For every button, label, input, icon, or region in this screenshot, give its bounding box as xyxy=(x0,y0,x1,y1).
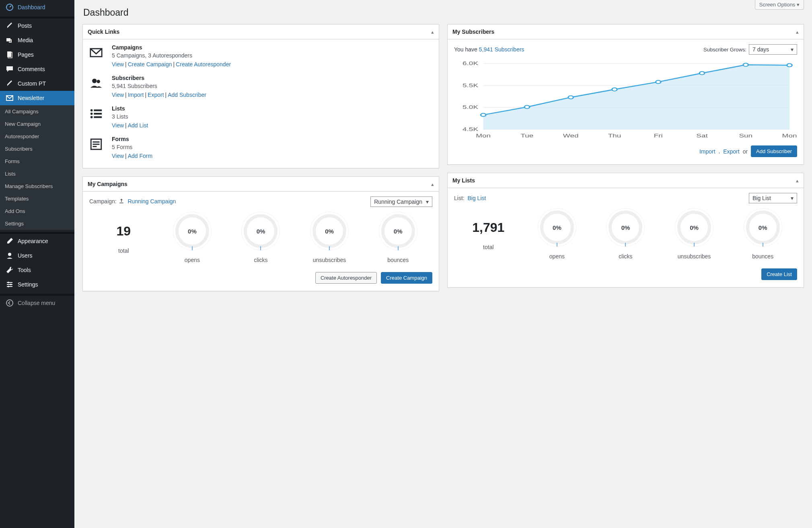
sidebar-label: Custom PT xyxy=(18,80,46,87)
svg-rect-24 xyxy=(93,144,100,145)
gauge-opens: 0% xyxy=(175,214,209,248)
toggle-icon[interactable]: ▴ xyxy=(796,29,799,35)
subscriber-count-link[interactable]: 5,941 Subscribers xyxy=(479,46,524,53)
ql-link-view[interactable]: View xyxy=(112,61,124,68)
list-selected-link[interactable]: Big List xyxy=(467,195,486,201)
sidebar-item-posts[interactable]: Posts xyxy=(0,18,74,33)
gauge-unsubscribes: 0% xyxy=(677,211,711,244)
svg-text:Wed: Wed xyxy=(563,133,579,138)
create-campaign-button[interactable]: Create Campaign xyxy=(381,272,432,284)
svg-text:Thu: Thu xyxy=(608,133,621,138)
my-campaigns-title: My Campaigns xyxy=(88,181,127,187)
svg-text:Sun: Sun xyxy=(739,133,752,138)
or-text: or xyxy=(743,148,748,155)
svg-text:Sat: Sat xyxy=(696,133,708,138)
campaign-selected-link[interactable]: Running Campaign xyxy=(127,198,176,205)
create-autoresponder-button[interactable]: Create Autoresponder xyxy=(315,272,377,284)
ql-link-view[interactable]: View xyxy=(112,92,124,98)
screen-options-button[interactable]: Screen Options ▾ xyxy=(755,0,804,10)
svg-point-36 xyxy=(524,105,530,108)
ql-link-export[interactable]: Export xyxy=(148,92,164,98)
svg-rect-21 xyxy=(94,116,102,118)
svg-point-38 xyxy=(612,88,617,91)
grows-select[interactable]: 7 days xyxy=(749,44,797,55)
toggle-icon[interactable]: ▴ xyxy=(796,178,799,184)
submenu-subscribers[interactable]: Subscribers xyxy=(0,143,74,155)
submenu-add-ons[interactable]: Add Ons xyxy=(0,205,74,217)
sidebar-label: Comments xyxy=(18,66,45,72)
submenu-all-campaigns[interactable]: All Campaigns xyxy=(0,105,74,118)
svg-text:Tue: Tue xyxy=(520,133,533,138)
pin-icon xyxy=(6,22,14,30)
ql-link-import[interactable]: Import xyxy=(128,92,144,98)
gauge-bounces: 0% xyxy=(746,211,780,244)
list-label: List: xyxy=(454,195,465,201)
my-lists-box: My Lists ▴ List: Big List Big List xyxy=(447,173,804,288)
toggle-icon[interactable]: ▴ xyxy=(431,181,434,187)
svg-rect-23 xyxy=(93,141,100,143)
svg-point-35 xyxy=(481,113,486,117)
svg-point-37 xyxy=(568,96,574,99)
submenu-templates[interactable]: Templates xyxy=(0,192,74,205)
svg-point-42 xyxy=(787,63,792,67)
ql-link-add-subscriber[interactable]: Add Subscriber xyxy=(168,92,206,98)
submenu-new-campaign[interactable]: New Campaign xyxy=(0,118,74,130)
toggle-icon[interactable]: ▴ xyxy=(431,29,434,35)
admin-sidebar: Dashboard Posts Media Pages Comments Cus… xyxy=(0,0,74,528)
submenu-autoresponder[interactable]: Autoresponder xyxy=(0,130,74,143)
sidebar-label: Posts xyxy=(18,23,32,29)
sidebar-item-newsletter[interactable]: Newsletter xyxy=(0,91,74,105)
svg-text:Mon: Mon xyxy=(476,133,491,138)
sidebar-item-dashboard[interactable]: Dashboard xyxy=(0,0,74,14)
comments-icon xyxy=(6,65,14,73)
svg-point-12 xyxy=(6,300,13,306)
campaign-total: 19 xyxy=(89,224,158,239)
ql-link-add-list[interactable]: Add List xyxy=(128,122,148,129)
ql-link-add-form[interactable]: Add Form xyxy=(128,153,152,159)
sidebar-item-custom-pt[interactable]: Custom PT xyxy=(0,76,74,91)
svg-rect-25 xyxy=(93,146,97,147)
export-link[interactable]: Export xyxy=(723,148,739,155)
svg-point-16 xyxy=(90,109,93,112)
create-list-button[interactable]: Create List xyxy=(761,268,797,280)
svg-point-20 xyxy=(90,116,93,119)
svg-point-11 xyxy=(8,286,9,287)
svg-point-40 xyxy=(699,72,705,75)
sidebar-item-settings[interactable]: Settings xyxy=(0,277,74,292)
list-select[interactable]: Big List xyxy=(749,193,797,203)
sidebar-item-comments[interactable]: Comments xyxy=(0,62,74,76)
add-subscriber-button[interactable]: Add Subscriber xyxy=(751,145,797,157)
sidebar-item-appearance[interactable]: Appearance xyxy=(0,234,74,248)
submenu-manage-subscribers[interactable]: Manage Subscribers xyxy=(0,180,74,192)
svg-text:6.0K: 6.0K xyxy=(463,61,478,66)
settings-icon xyxy=(6,280,14,289)
list-total-label: total xyxy=(454,244,523,250)
ql-link-create-autoresponder[interactable]: Create Autoresponder xyxy=(176,61,231,68)
page-title: Dashboard xyxy=(83,7,804,18)
sidebar-label: Users xyxy=(18,252,33,259)
campaign-total-label: total xyxy=(89,248,158,254)
collapse-menu[interactable]: Collapse menu xyxy=(0,296,74,310)
ql-lists-title: Lists xyxy=(112,105,148,112)
campaign-select[interactable]: Running Campaign xyxy=(370,196,432,207)
submenu-lists[interactable]: Lists xyxy=(0,168,74,180)
brush-icon xyxy=(6,237,14,245)
sidebar-item-tools[interactable]: Tools xyxy=(0,263,74,277)
submenu-settings[interactable]: Settings xyxy=(0,217,74,230)
import-link[interactable]: Import xyxy=(699,148,715,155)
sidebar-label: Media xyxy=(18,37,33,43)
ql-link-view[interactable]: View xyxy=(112,122,124,129)
svg-text:Fri: Fri xyxy=(654,133,663,138)
submenu-forms[interactable]: Forms xyxy=(0,155,74,168)
wrench-icon xyxy=(6,266,14,274)
ql-link-create-campaign[interactable]: Create Campaign xyxy=(128,61,172,68)
sidebar-item-users[interactable]: Users xyxy=(0,248,74,263)
ql-lists-sub: 3 Lists xyxy=(112,113,148,120)
my-subscribers-box: My Subscribers ▴ You have 5,941 Subscrib… xyxy=(447,24,804,165)
sidebar-item-pages[interactable]: Pages xyxy=(0,47,74,62)
ql-link-view[interactable]: View xyxy=(112,153,124,159)
sidebar-item-media[interactable]: Media xyxy=(0,33,74,47)
svg-rect-26 xyxy=(119,203,123,203)
ql-forms-title: Forms xyxy=(112,136,152,142)
users-icon xyxy=(89,76,103,90)
